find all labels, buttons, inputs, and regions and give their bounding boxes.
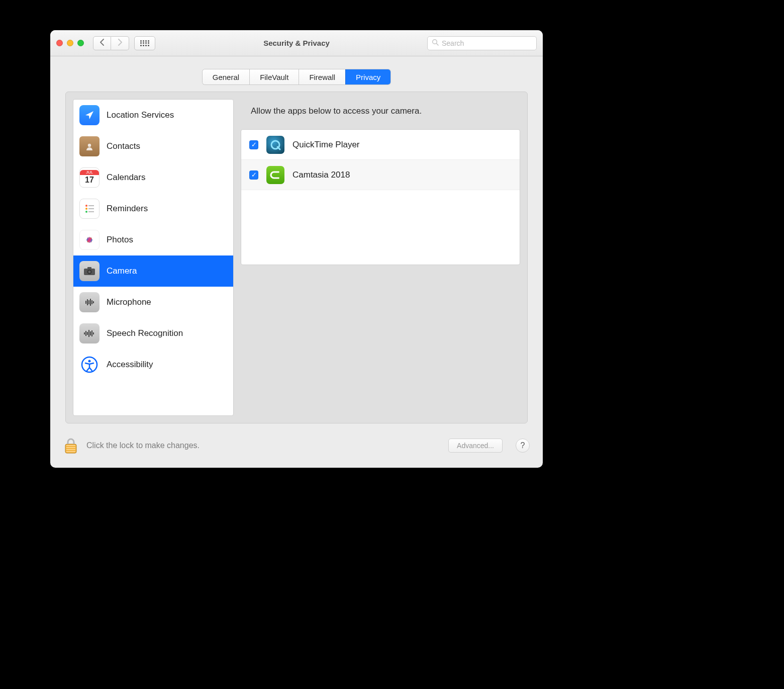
sidebar-item-label: Camera (107, 266, 137, 276)
sidebar-item-microphone[interactable]: Microphone (73, 287, 233, 318)
svg-point-7 (85, 211, 87, 213)
forward-button[interactable] (111, 36, 129, 50)
sidebar-item-label: Accessibility (107, 360, 153, 370)
tab-filevault[interactable]: FileVault (249, 69, 299, 84)
sidebar-item-calendars[interactable]: JUL 17 Calendars (73, 162, 233, 193)
zoom-window-button[interactable] (77, 40, 84, 46)
sidebar-item-photos[interactable]: Photos (73, 224, 233, 255)
sidebar-item-contacts[interactable]: Contacts (73, 131, 233, 162)
search-field[interactable] (427, 36, 537, 50)
svg-rect-40 (66, 447, 75, 448)
sidebar-item-label: Location Services (107, 110, 174, 120)
footer: Click the lock to make changes. Advanced… (50, 423, 543, 468)
lock-hint-text: Click the lock to make changes. (86, 441, 200, 450)
svg-rect-39 (66, 445, 75, 446)
tab-label: FileVault (260, 73, 288, 81)
detail-pane: Allow the apps below to access your came… (241, 99, 520, 416)
svg-point-20 (88, 271, 91, 273)
show-all-button[interactable] (134, 36, 155, 50)
svg-point-2 (88, 144, 91, 147)
tab-label: General (213, 73, 239, 81)
tab-general[interactable]: General (203, 69, 249, 84)
content-frame: Location Services Contacts JUL 17 Calend… (65, 92, 528, 423)
svg-point-3 (85, 205, 87, 207)
svg-line-1 (437, 43, 439, 45)
chevron-right-icon (118, 39, 123, 47)
microphone-icon (79, 292, 100, 312)
calendar-icon: JUL 17 (79, 167, 100, 188)
check-icon: ✓ (251, 141, 257, 148)
sidebar-item-label: Reminders (107, 204, 148, 214)
category-sidebar: Location Services Contacts JUL 17 Calend… (73, 99, 234, 416)
tab-firewall[interactable]: Firewall (299, 69, 345, 84)
quicktime-icon (266, 136, 284, 154)
sidebar-item-speech[interactable]: Speech Recognition (73, 318, 233, 349)
grid-icon (140, 40, 149, 46)
search-icon (432, 39, 439, 48)
app-row-camtasia: ✓ Camtasia 2018 (241, 160, 520, 190)
back-button[interactable] (93, 36, 111, 50)
svg-rect-41 (66, 449, 75, 450)
speech-icon (79, 323, 100, 343)
sidebar-item-label: Speech Recognition (107, 328, 183, 338)
svg-point-36 (88, 360, 91, 363)
sidebar-item-camera[interactable]: Camera (73, 255, 233, 287)
sidebar-item-label: Photos (107, 235, 133, 245)
location-icon (79, 105, 100, 125)
tab-bar: General FileVault Firewall Privacy (50, 56, 543, 84)
chevron-left-icon (100, 39, 105, 47)
sidebar-item-label: Microphone (107, 297, 151, 307)
titlebar: Security & Privacy (50, 30, 543, 56)
app-name-label: QuickTime Player (292, 140, 360, 150)
sidebar-item-label: Contacts (107, 141, 140, 151)
svg-rect-42 (66, 451, 75, 452)
checkbox-quicktime[interactable]: ✓ (249, 140, 258, 149)
svg-point-5 (85, 208, 87, 210)
check-icon: ✓ (251, 171, 257, 179)
sidebar-item-location[interactable]: Location Services (73, 100, 233, 131)
app-name-label: Camtasia 2018 (292, 170, 350, 180)
detail-header: Allow the apps below to access your came… (241, 99, 520, 129)
lock-button[interactable] (63, 437, 78, 455)
advanced-button[interactable]: Advanced... (448, 439, 503, 453)
close-window-button[interactable] (56, 40, 63, 46)
app-row-quicktime: ✓ QuickTime Player (241, 130, 520, 160)
sidebar-item-accessibility[interactable]: Accessibility (73, 349, 233, 380)
advanced-label: Advanced... (457, 442, 494, 450)
tab-label: Firewall (309, 73, 335, 81)
app-list: ✓ QuickTime Player ✓ Camtasia 2018 (241, 129, 520, 265)
minimize-window-button[interactable] (67, 40, 73, 46)
photos-icon (79, 230, 100, 250)
camtasia-icon (266, 166, 284, 184)
camera-icon (79, 261, 100, 281)
preferences-window: Security & Privacy General FileVault Fir… (50, 30, 543, 468)
svg-rect-18 (87, 267, 91, 269)
sidebar-item-reminders[interactable]: Reminders (73, 193, 233, 224)
help-button[interactable]: ? (516, 439, 530, 453)
search-input[interactable] (442, 39, 532, 47)
tab-privacy[interactable]: Privacy (345, 69, 390, 84)
contacts-icon (79, 136, 100, 156)
window-controls (56, 40, 84, 46)
checkbox-camtasia[interactable]: ✓ (249, 170, 258, 180)
reminders-icon (79, 199, 100, 219)
calendar-day: 17 (80, 175, 99, 185)
lock-icon (63, 437, 78, 455)
sidebar-item-label: Calendars (107, 173, 146, 183)
help-icon: ? (521, 441, 525, 450)
tab-label: Privacy (356, 73, 380, 81)
accessibility-icon (79, 355, 100, 375)
nav-back-forward (93, 36, 129, 50)
